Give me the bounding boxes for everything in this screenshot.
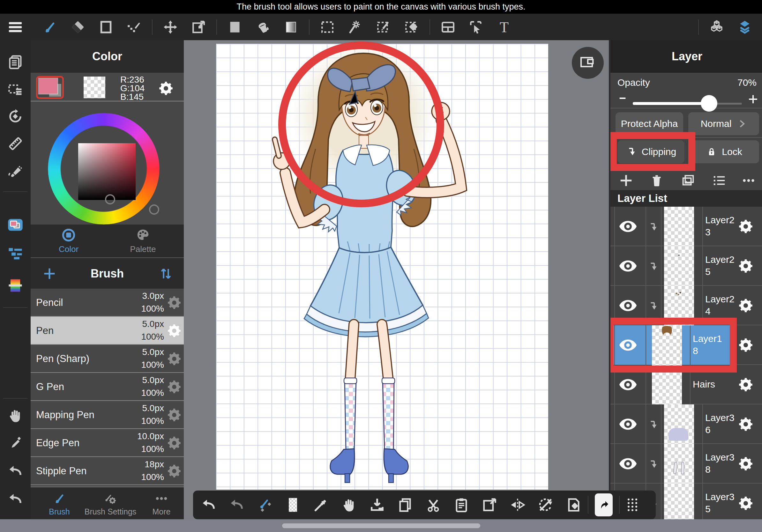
brush-settings-gear-icon[interactable] (167, 352, 181, 366)
transform-tool[interactable] (185, 18, 212, 37)
clipboard-button[interactable] (447, 495, 476, 515)
opacity-plus-icon[interactable] (748, 94, 758, 104)
erase-page-button[interactable] (560, 495, 588, 515)
layer-thumbnail[interactable] (664, 246, 694, 286)
export-button[interactable] (476, 495, 503, 515)
airbrush-icon[interactable] (7, 164, 24, 180)
undo-button[interactable] (194, 495, 223, 515)
tab-palette[interactable]: Palette (117, 225, 169, 257)
ellipsis-icon[interactable] (741, 173, 756, 188)
redo-icon[interactable] (7, 463, 24, 479)
redo-dim-button[interactable] (223, 495, 251, 515)
duplicate-image-icon[interactable] (681, 173, 695, 188)
layer-settings-gear-icon[interactable] (738, 219, 753, 234)
color-settings-icon[interactable] (159, 81, 173, 96)
brush-tool[interactable] (36, 18, 64, 37)
brush-diamonds-button[interactable] (251, 495, 279, 515)
brush-row-pen-sharp-[interactable]: Pen (Sharp)5.0px100% (31, 345, 184, 373)
download-button[interactable] (363, 495, 391, 515)
layer-row-layer38[interactable]: Layer38 (610, 444, 762, 484)
lock-button[interactable]: Lock (690, 140, 759, 163)
brush-settings-gear-icon[interactable] (167, 296, 181, 310)
trash-icon[interactable] (649, 173, 664, 188)
plus-icon[interactable] (619, 173, 634, 188)
brush-row-edge-pen[interactable]: Edge Pen10.0px100% (31, 429, 184, 457)
opacity-minus-icon[interactable] (618, 94, 627, 103)
rotate-off-button[interactable] (532, 495, 560, 515)
hand-tool-button[interactable] (335, 495, 363, 515)
rainbow-icon[interactable] (7, 277, 24, 294)
panel-layout-tool[interactable] (434, 18, 462, 37)
move-tool[interactable] (156, 18, 185, 37)
color-wheel[interactable] (31, 101, 184, 225)
sort-brushes-icon[interactable] (159, 267, 173, 281)
layer-visibility-eye-icon[interactable] (619, 296, 637, 315)
layer-settings-gear-icon[interactable] (738, 417, 753, 432)
brush-settings-gear-icon[interactable] (167, 464, 181, 478)
material-cubes[interactable] (703, 18, 731, 37)
layer-settings-gear-icon[interactable] (738, 259, 753, 273)
color-swatch-icon[interactable] (7, 217, 24, 233)
canvas-area[interactable] (184, 40, 609, 519)
brush-row-pen[interactable]: Pen5.0px100% (31, 317, 184, 345)
tab-brush[interactable]: Brush (32, 487, 87, 519)
tab-more[interactable]: More (134, 487, 184, 519)
layer-settings-gear-icon[interactable] (738, 456, 753, 471)
add-brush-icon[interactable] (42, 267, 56, 281)
brush-row-g-pen[interactable]: G Pen5.0px100% (31, 373, 184, 401)
layer-thumbnail[interactable] (664, 207, 694, 246)
brush-settings-gear-icon[interactable] (167, 436, 181, 450)
copy-button[interactable] (391, 495, 419, 515)
saturation-value-square[interactable] (78, 143, 136, 200)
blend-mode-button[interactable]: Normal (688, 112, 759, 135)
eraser-tool[interactable] (64, 18, 92, 37)
opacity-slider-knob[interactable] (701, 95, 717, 112)
nav-arrow-button[interactable] (595, 494, 613, 516)
layer-thumbnail[interactable] (664, 444, 694, 484)
tab-brush-settings[interactable]: Brush Settings (83, 487, 137, 519)
select-eraser-tool[interactable] (398, 18, 426, 37)
bucket-tool[interactable] (249, 18, 277, 37)
brush-row-mapping-pen[interactable]: Mapping Pen5.0px100% (31, 401, 184, 429)
layer-settings-gear-icon[interactable] (738, 338, 753, 353)
dots-grid-button[interactable] (624, 495, 642, 515)
layer-visibility-eye-icon[interactable] (619, 217, 637, 236)
layer-settings-gear-icon[interactable] (738, 496, 753, 511)
polyline-pen-tool[interactable] (120, 18, 148, 37)
layer-visibility-eye-icon[interactable] (619, 257, 637, 275)
select-cursor-tool[interactable] (462, 18, 490, 37)
eyedropper-button[interactable] (307, 495, 335, 515)
material-list-icon[interactable] (7, 245, 24, 262)
scissors-button[interactable] (419, 495, 447, 515)
select-menu-icon[interactable] (7, 81, 24, 98)
layer-thumbnail[interactable] (664, 484, 694, 519)
hand-tool-icon[interactable] (7, 407, 24, 424)
tab-color[interactable]: Color (43, 225, 94, 257)
layers-panel[interactable] (731, 18, 759, 37)
layer-settings-gear-icon[interactable] (738, 377, 753, 392)
transparent-color-swatch[interactable] (84, 77, 105, 98)
layer-visibility-eye-icon[interactable] (619, 454, 637, 473)
undo-icon[interactable] (7, 491, 24, 507)
mirror-button[interactable] (503, 495, 532, 515)
brush-row-pencil[interactable]: Pencil3.0px100% (31, 289, 184, 317)
pages-icon[interactable] (7, 54, 24, 71)
fill-square-tool[interactable] (221, 18, 249, 37)
layer-settings-gear-icon[interactable] (738, 298, 753, 313)
select-pen-tool[interactable] (369, 18, 398, 37)
sv-marker[interactable] (105, 194, 115, 204)
list-icon[interactable] (712, 173, 726, 188)
hue-marker[interactable] (149, 204, 159, 215)
sampler-pen-icon[interactable] (7, 435, 24, 452)
layer-thumbnail[interactable] (664, 404, 694, 444)
shape-tool[interactable] (92, 18, 120, 37)
gradient-tool[interactable] (277, 18, 305, 37)
foreground-color-swatch[interactable] (36, 76, 64, 99)
navigator-button[interactable] (572, 47, 604, 79)
brush-settings-gear-icon[interactable] (167, 324, 181, 338)
select-rect-tool[interactable] (313, 18, 342, 37)
brush-row-stipple-pen[interactable]: Stipple Pen18px100% (31, 457, 184, 485)
ruler-icon[interactable] (7, 135, 24, 152)
magic-wand-tool[interactable] (342, 18, 369, 37)
horizontal-scrollbar[interactable] (282, 523, 480, 528)
